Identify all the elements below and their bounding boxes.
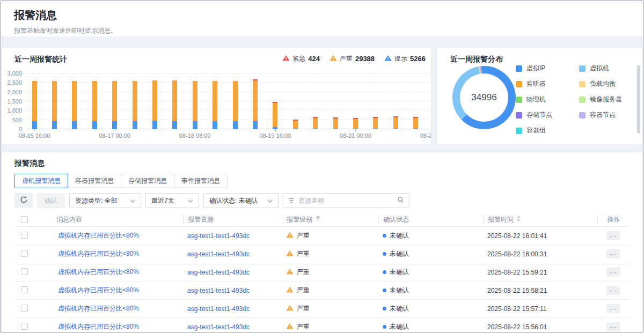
x-axis-label: 08-17 00:00: [99, 132, 130, 139]
resource-link[interactable]: asg-test1-test1-493dc: [187, 250, 250, 258]
chevron-down-icon: [267, 197, 273, 204]
status-text: 未确认: [390, 268, 409, 277]
stats-legend-value: 424: [308, 55, 320, 63]
severe-triangle-icon: [286, 323, 294, 331]
time-range-select[interactable]: 最近7天: [145, 193, 199, 208]
sort-icon[interactable]: [516, 215, 521, 224]
status-dot-icon: [383, 288, 386, 292]
alarm-time: 2025-08-22 15:58:21: [487, 287, 547, 294]
resource-cell: asg-test1-test1-493dc: [183, 269, 282, 276]
message-link[interactable]: 虚拟机内存已用百分比<80%: [58, 268, 139, 276]
more-actions-button[interactable]: ···: [606, 268, 620, 277]
dist-legend-label: 监听器: [526, 79, 546, 88]
bar-1: [32, 81, 37, 129]
resource-link[interactable]: asg-test1-test1-493dc: [187, 269, 250, 276]
status-dot-icon: [383, 234, 386, 238]
row-checkbox[interactable]: [21, 305, 28, 312]
status-cell: 未确认: [378, 249, 483, 258]
bar-segment-严重: [333, 119, 338, 129]
alarm-time: 2025-08-22 15:56:01: [487, 323, 547, 331]
dist-legend-item-虚拟机: 虚拟机: [579, 64, 642, 73]
status-cell: 未确认: [378, 268, 483, 277]
y-axis-label: 1,500: [1, 98, 22, 105]
alarm-table: 消息内容 报警资源 报警级别 确认状态 报警时间 操作 虚拟机内存已: [14, 212, 630, 333]
confirm-status-select[interactable]: 确认状态: 未确认: [203, 193, 279, 208]
status-dot-icon: [383, 252, 386, 256]
message-link[interactable]: 虚拟机内存已用百分比<80%: [58, 286, 139, 294]
more-actions-button[interactable]: ···: [606, 249, 620, 258]
status-dot-icon: [383, 307, 386, 310]
row-checkbox[interactable]: [21, 250, 28, 257]
message-link[interactable]: 虚拟机内存已用百分比<80%: [58, 232, 139, 239]
confirm-status-value: 确认状态: 未确认: [209, 196, 262, 205]
tab-事件报警消息[interactable]: 事件报警消息: [174, 174, 228, 188]
stats-legend-label: 提示: [394, 54, 407, 63]
dist-legend-item-镜像服务器: 镜像服务器: [579, 95, 642, 104]
resource-search-input[interactable]: [298, 197, 393, 204]
severe-triangle-icon: [286, 286, 294, 294]
alarm-donut-chart: 34996: [452, 66, 516, 129]
warning-triangle-icon: [330, 55, 337, 63]
bar-3: [72, 81, 77, 129]
more-actions-button[interactable]: ···: [606, 322, 620, 331]
resource-search-box: [283, 193, 409, 208]
resource-cell: asg-test1-test1-493dc: [183, 250, 282, 258]
row-checkbox-cell: [14, 232, 52, 240]
table-row: 虚拟机内存已用百分比<80%asg-test1-test1-493dc严重未确认…: [14, 227, 630, 245]
row-checkbox[interactable]: [21, 232, 28, 239]
resource-link[interactable]: asg-test1-test1-493dc: [187, 232, 250, 240]
gridline-2500: 2,500: [26, 82, 431, 83]
resource-type-select[interactable]: 资源类型: 全部: [69, 193, 141, 208]
panel-scrollbar[interactable]: [637, 65, 640, 134]
more-actions-button[interactable]: ···: [606, 231, 620, 240]
message-link[interactable]: 虚拟机内存已用百分比<80%: [58, 305, 139, 312]
gridline-3000: 3,000: [26, 73, 431, 73]
dist-legend-item-容器节点: 容器节点: [579, 110, 642, 120]
filter-funnel-icon[interactable]: [315, 216, 321, 223]
more-actions-button[interactable]: ···: [606, 286, 620, 295]
dist-legend-label: 存储节点: [526, 110, 552, 120]
action-cell: ···: [597, 304, 630, 313]
confirm-status: 未确认: [383, 286, 483, 295]
dist-legend-item-负载均衡: 负载均衡: [579, 79, 642, 88]
confirm-status: 未确认: [383, 304, 483, 313]
dist-legend-label: 容器组: [526, 126, 546, 135]
message-cell: 虚拟机内存已用百分比<80%: [52, 286, 183, 295]
level-cell: 严重: [282, 286, 378, 295]
row-checkbox[interactable]: [21, 323, 28, 330]
alarm-level: 严重: [286, 322, 378, 331]
resource-link[interactable]: asg-test1-test1-493dc: [187, 323, 250, 331]
table-header-row: 消息内容 报警资源 报警级别 确认状态 报警时间 操作: [14, 212, 630, 227]
bar-segment-严重: [32, 81, 37, 121]
dist-legend-label: 物理机: [526, 95, 546, 104]
resource-link[interactable]: asg-test1-test1-493dc: [187, 287, 250, 294]
messages-title: 报警消息: [14, 159, 630, 168]
resource-link[interactable]: asg-test1-test1-493dc: [187, 305, 250, 313]
status-text: 未确认: [390, 249, 409, 258]
x-axis-label: 08-19 16:00: [259, 132, 291, 139]
tab-虚机报警消息[interactable]: 虚机报警消息: [14, 174, 68, 188]
tab-容器报警消息[interactable]: 容器报警消息: [68, 174, 121, 188]
bar-18: [373, 117, 378, 129]
confirm-status: 未确认: [383, 322, 483, 331]
bar-5: [112, 81, 117, 129]
x-axis-tick: [115, 129, 115, 131]
message-link[interactable]: 虚拟机内存已用百分比<80%: [58, 250, 139, 257]
resource-cell: asg-test1-test1-493dc: [183, 232, 282, 240]
row-checkbox[interactable]: [21, 268, 28, 275]
row-checkbox-cell: [14, 286, 52, 295]
confirm-button[interactable]: 确认: [37, 193, 65, 208]
more-actions-button[interactable]: ···: [606, 304, 620, 313]
refresh-button[interactable]: [14, 193, 33, 208]
bar-segment-严重: [133, 81, 137, 121]
tab-存储报警消息[interactable]: 存储报警消息: [121, 174, 174, 188]
table-body: 虚拟机内存已用百分比<80%asg-test1-test1-493dc严重未确认…: [14, 227, 630, 333]
message-link[interactable]: 虚拟机内存已用百分比<80%: [58, 323, 139, 330]
row-checkbox[interactable]: [21, 286, 28, 293]
level-cell: 严重: [282, 322, 378, 331]
select-all-checkbox[interactable]: [21, 216, 28, 223]
status-cell: 未确认: [378, 231, 483, 240]
bar-10: [213, 81, 217, 129]
status-cell: 未确认: [378, 286, 483, 295]
alarm-level: 严重: [286, 286, 378, 295]
